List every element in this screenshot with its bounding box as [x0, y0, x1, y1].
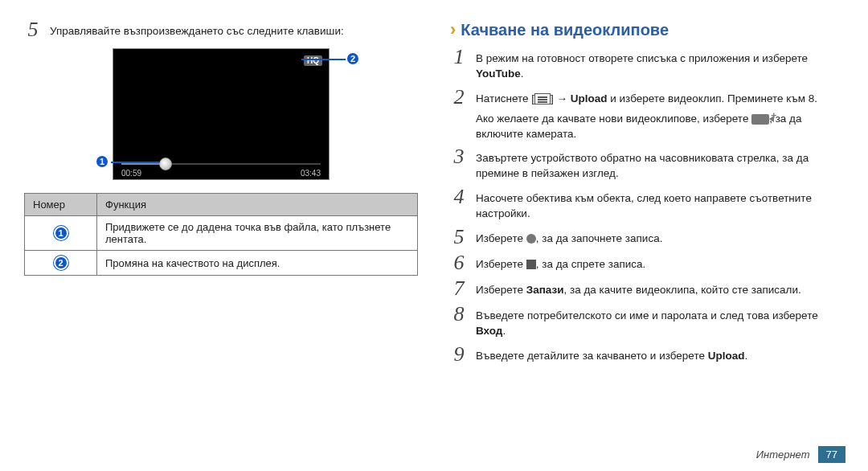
step-9: 9 Въведете детайлите за качването и избе… [450, 344, 844, 365]
step-text: Управлявайте възпроизвеждането със следн… [50, 19, 344, 39]
step-3: 3 Завъртете устройството обратно на часо… [450, 146, 844, 182]
progress-knob[interactable] [159, 158, 172, 170]
camera-plus-icon: + [751, 114, 769, 125]
footer-page-number: 77 [818, 446, 845, 463]
section-title: Качване на видеоклипове [461, 21, 669, 39]
section-heading: › Качване на видеоклипове [450, 19, 844, 40]
right-column: › Качване на видеоклипове 1 В режим на г… [450, 19, 844, 370]
table-row: 1 Придвижете се до дадена точка във файл… [25, 216, 418, 251]
video-frame: HQ 00:59 03:43 [113, 48, 330, 180]
step-5: 5 Изберете , за да започнете записа. [450, 227, 844, 248]
time-elapsed: 00:59 [121, 169, 141, 178]
footer-label: Интернет [756, 448, 810, 461]
th-number: Номер [25, 194, 97, 216]
record-icon [526, 234, 536, 244]
row-num-2: 2 [54, 256, 68, 270]
step-2: 2 Натиснете [] → Upload и изберете видео… [450, 87, 844, 142]
step-5-left: 5 Управлявайте възпроизвеждането със сле… [24, 19, 418, 40]
chevron-icon: › [450, 19, 456, 40]
callout-2: 2 [346, 51, 360, 66]
stop-icon [526, 260, 536, 269]
row-desc: Промяна на качеството на дисплея. [97, 251, 418, 276]
video-figure: HQ 00:59 03:43 2 1 [88, 48, 354, 180]
progress-bar[interactable] [121, 163, 321, 165]
time-total: 03:43 [301, 169, 321, 178]
th-function: Функция [97, 194, 418, 216]
step-4: 4 Насочете обектива към обекта, след кое… [450, 186, 844, 222]
hq-badge: HQ [304, 55, 322, 66]
legend-table: Номер Функция 1 Придвижете се до дадена … [24, 193, 418, 276]
step-8: 8 Въведете потребителското си име и паро… [450, 304, 844, 339]
step-7: 7 Изберете Запази, за да качите видеокли… [450, 278, 844, 299]
row-num-1: 1 [54, 226, 68, 240]
step-1: 1 В режим на готовност отворете списъка … [450, 47, 844, 82]
step-number: 5 [24, 19, 42, 40]
table-row: 2 Промяна на качеството на дисплея. [25, 251, 418, 276]
step-6: 6 Изберете , за да спрете записа. [450, 252, 844, 273]
row-desc: Придвижете се до дадена точка във файла,… [97, 216, 418, 251]
callout-1: 1 [95, 154, 109, 169]
left-column: 5 Управлявайте възпроизвеждането със сле… [24, 19, 426, 370]
menu-icon [534, 93, 551, 104]
page-footer: Интернет 77 [756, 446, 845, 463]
